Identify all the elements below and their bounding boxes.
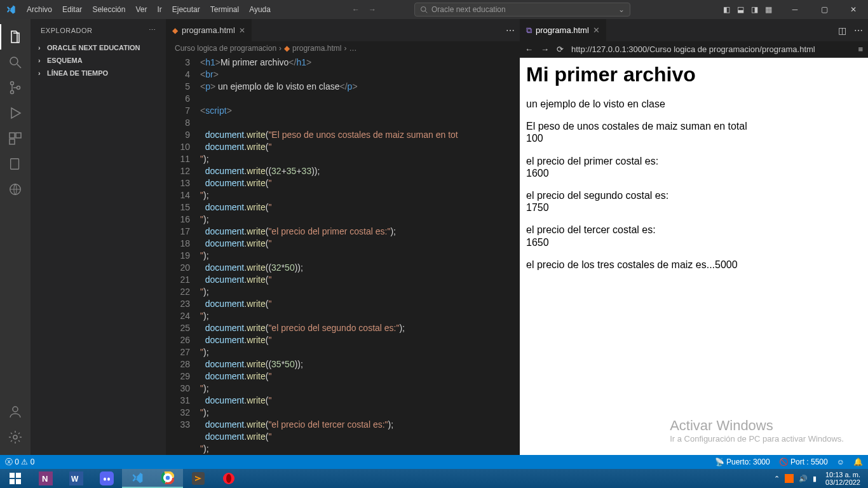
minimize-button[interactable]: ─ (780, 0, 810, 19)
toggle-panel-right-icon[interactable]: ◨ (749, 4, 760, 15)
svg-line-3 (17, 64, 21, 68)
preview-url-bar: ← → ⟳ http://127.0.0.1:3000/Curso logica… (520, 41, 868, 58)
extensions-icon[interactable] (0, 126, 31, 151)
tray-app-icon[interactable] (785, 474, 794, 483)
preview-intro: un ejemplo de lo visto en clase (526, 98, 862, 110)
outline-section[interactable]: ›ESQUEMA (31, 54, 166, 67)
task-chrome[interactable] (153, 469, 183, 488)
svg-rect-22 (100, 471, 114, 485)
svg-point-0 (421, 7, 426, 12)
close-tab-icon[interactable]: ✕ (239, 26, 245, 35)
editor-tab[interactable]: ◆ programa.html ✕ (166, 19, 252, 41)
task-sublime[interactable] (183, 469, 214, 488)
toggle-panel-bottom-icon[interactable]: ⬓ (735, 4, 746, 15)
folder-oracle[interactable]: ›ORACLE NEXT EDUCATION (31, 41, 166, 54)
main-menu: Archivo Editar Selección Ver Ir Ejecutar… (22, 5, 276, 14)
menu-ejecutar[interactable]: Ejecutar (167, 5, 205, 14)
svg-point-4 (11, 82, 14, 85)
windows-taskbar: N W ⌃ 🔊 ▮ 10:13 a. m. 03/12/2022 (0, 469, 868, 488)
task-opera[interactable] (214, 469, 244, 488)
menu-ayuda[interactable]: Ayuda (244, 5, 276, 14)
browser-forward-icon[interactable]: → (541, 44, 549, 54)
task-word[interactable]: W (61, 469, 92, 488)
menu-ver[interactable]: Ver (130, 5, 152, 14)
maximize-button[interactable]: ▢ (810, 0, 839, 19)
svg-rect-7 (10, 133, 15, 138)
file-explorer-icon[interactable] (0, 151, 31, 177)
menu-terminal[interactable]: Terminal (205, 5, 244, 14)
close-preview-icon[interactable]: ✕ (593, 25, 600, 35)
search-text: Oracle next education (431, 5, 506, 14)
search-icon[interactable] (0, 50, 31, 75)
url-text[interactable]: http://127.0.0.1:3000/Curso logica de pr… (571, 44, 850, 54)
svg-rect-16 (10, 479, 15, 484)
browser-back-icon[interactable]: ← (525, 44, 533, 54)
tray-volume-icon[interactable]: 🔊 (799, 475, 808, 483)
more-icon[interactable]: ⋯ (149, 26, 156, 34)
nav-arrows: ← → (352, 5, 376, 14)
settings-icon[interactable] (0, 424, 31, 450)
code-editor[interactable]: 3 4 5 6 7 8 9 10 11 12 13 14 15 16 17 18… (166, 55, 520, 455)
errors-warnings[interactable]: ⓧ 0 ⚠ 0 (5, 457, 34, 468)
more-actions-icon[interactable]: ⋯ (506, 25, 515, 36)
notifications-icon[interactable]: 🔔 (853, 458, 863, 466)
browser-reload-icon[interactable]: ⟳ (557, 44, 564, 54)
svg-text:N: N (42, 474, 48, 484)
svg-point-33 (226, 474, 231, 483)
source-control-icon[interactable] (0, 75, 31, 100)
menu-seleccion[interactable]: Selección (87, 5, 130, 14)
preview-tab[interactable]: ⧉ programa.html ✕ (520, 19, 606, 41)
svg-rect-10 (11, 159, 19, 170)
svg-point-13 (13, 435, 17, 439)
svg-line-1 (425, 11, 427, 13)
nav-back-icon[interactable]: ← (352, 5, 360, 14)
tray-chevron-icon[interactable]: ⌃ (774, 475, 780, 483)
toggle-panel-left-icon[interactable]: ◧ (721, 4, 732, 15)
tray-network-icon[interactable]: ▮ (813, 475, 817, 483)
html-file-icon: ◆ (172, 26, 178, 35)
task-onenote[interactable]: N (31, 469, 61, 488)
menu-archivo[interactable]: Archivo (22, 5, 57, 14)
svg-point-2 (10, 57, 18, 65)
activity-bar (0, 19, 31, 455)
svg-rect-9 (10, 139, 15, 144)
svg-point-12 (13, 407, 18, 412)
svg-rect-17 (16, 479, 21, 484)
command-center[interactable]: Oracle next education ⌄ (414, 3, 630, 17)
svg-rect-8 (16, 133, 21, 138)
live-server-port[interactable]: 🚫 Port : 5500 (779, 458, 828, 466)
taskbar-clock[interactable]: 10:13 a. m. 03/12/2022 (822, 470, 864, 487)
hamburger-icon[interactable]: ≡ (858, 44, 863, 54)
timeline-section[interactable]: ›LÍNEA DE TIEMPO (31, 67, 166, 79)
explorer-icon[interactable] (0, 24, 31, 50)
vscode-logo (0, 4, 22, 15)
task-discord[interactable] (92, 469, 122, 488)
split-editor-icon[interactable]: ◫ (838, 25, 846, 36)
more-icon[interactable]: ⋯ (854, 25, 863, 36)
explorer-sidebar: EXPLORADOR ⋯ ›ORACLE NEXT EDUCATION ›ESQ… (31, 19, 166, 455)
port-3000[interactable]: 📡 Puerto: 3000 (715, 458, 770, 466)
breadcrumb[interactable]: Curso logica de programacion › ◆ program… (166, 41, 520, 55)
layout-controls: ◧ ⬓ ◨ ▦ (714, 4, 780, 15)
task-vscode[interactable] (122, 469, 153, 488)
close-button[interactable]: ✕ (839, 0, 868, 19)
preview-pane: ⧉ programa.html ✕ ◫ ⋯ ← → ⟳ http://127.0… (520, 19, 868, 455)
menu-ir[interactable]: Ir (152, 5, 166, 14)
svg-rect-15 (16, 473, 21, 478)
menu-editar[interactable]: Editar (57, 5, 87, 14)
editor-pane: ◆ programa.html ✕ ⋯ Curso logica de prog… (166, 19, 520, 455)
run-debug-icon[interactable] (0, 100, 31, 126)
system-tray: ⌃ 🔊 ▮ 10:13 a. m. 03/12/2022 (774, 470, 868, 487)
customize-layout-icon[interactable]: ▦ (763, 4, 774, 15)
sidebar-title: EXPLORADOR (41, 27, 92, 34)
preview-h1: Mi primer archivo (526, 63, 862, 86)
start-button[interactable] (0, 469, 31, 488)
nav-forward-icon[interactable]: → (369, 5, 376, 14)
svg-point-5 (11, 91, 14, 94)
feedback-icon[interactable]: ☺ (837, 458, 844, 466)
svg-point-6 (17, 86, 20, 90)
svg-point-24 (107, 478, 110, 481)
svg-rect-14 (10, 473, 15, 478)
account-icon[interactable] (0, 399, 31, 424)
live-share-icon[interactable] (0, 177, 31, 202)
